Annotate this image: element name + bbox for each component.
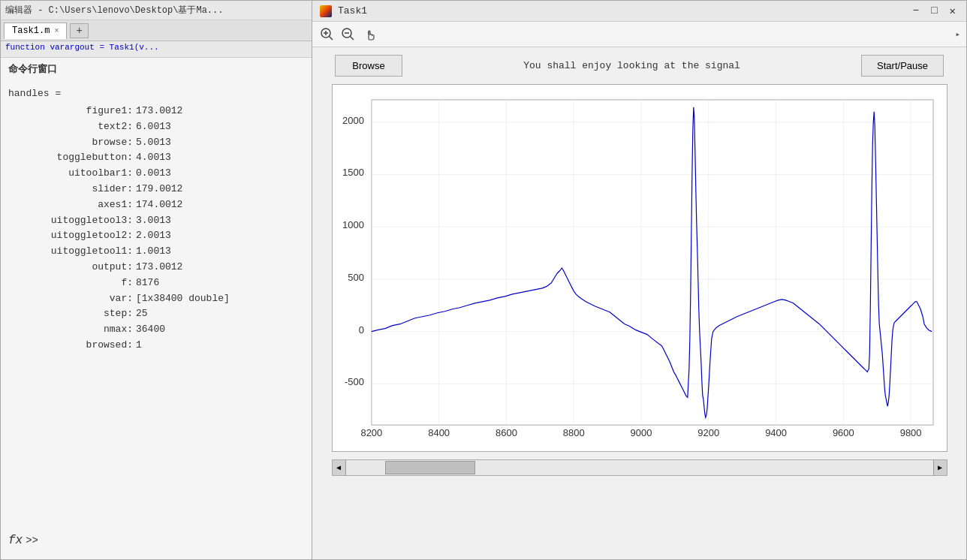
editor-titlebar: 编辑器 - C:\Users\lenovo\Desktop\基于Ma...: [1, 1, 315, 20]
figure-titlebar: Task1 − □ ✕: [312, 1, 966, 22]
svg-text:1500: 1500: [342, 167, 364, 179]
scrollbar-right-arrow[interactable]: ▶: [933, 460, 947, 475]
plot-area: 2000 1500 1000 500 0 -500 8200 8400 8600…: [332, 84, 947, 452]
editor-window: 编辑器 - C:\Users\lenovo\Desktop\基于Ma... Ta…: [0, 0, 315, 560]
handles-row: uitoggletool1:1.0013: [16, 244, 307, 260]
handles-key: nmax:: [16, 322, 136, 338]
tab-add-button[interactable]: +: [70, 23, 88, 38]
handles-val: 2.0013: [136, 228, 171, 244]
handles-key: uitoggletool1:: [16, 244, 136, 260]
svg-text:2000: 2000: [342, 115, 364, 126]
svg-text:-500: -500: [344, 376, 363, 387]
handles-row: togglebutton:4.0013: [16, 150, 307, 166]
tab-close-button[interactable]: ×: [54, 27, 59, 35]
handles-row: nmax:36400: [16, 322, 307, 338]
zoom-in-icon[interactable]: [318, 26, 336, 44]
horizontal-scrollbar[interactable]: ◀ ▶: [332, 459, 947, 476]
handles-row: uitoolbar1:0.0013: [16, 166, 307, 182]
handles-val: 1: [136, 338, 142, 354]
handles-row: browsed:1: [16, 338, 307, 354]
figure-title-controls: − □ ✕: [910, 5, 959, 17]
command-prompt: fx >>: [8, 534, 38, 547]
svg-text:8200: 8200: [360, 427, 382, 438]
figure-toolbar: ▸: [312, 22, 966, 47]
handles-key: text2:: [16, 119, 136, 135]
svg-text:500: 500: [348, 272, 364, 283]
handles-val: 36400: [136, 322, 165, 338]
handles-val: 3.0013: [136, 213, 171, 229]
svg-text:1000: 1000: [342, 219, 364, 230]
svg-text:0: 0: [358, 324, 363, 336]
figure-body: Browse You shall enjoy looking at the si…: [312, 47, 966, 560]
handles-row: uitoggletool3:3.0013: [16, 213, 307, 229]
handles-key: browse:: [16, 135, 136, 151]
handles-val: 173.0012: [136, 260, 182, 275]
handles-row: var:[1x38400 double]: [16, 291, 307, 307]
svg-text:8600: 8600: [496, 427, 517, 438]
svg-text:9800: 9800: [899, 427, 921, 438]
handles-val: 25: [136, 306, 148, 322]
svg-text:8800: 8800: [562, 427, 584, 438]
zoom-out-icon[interactable]: [339, 26, 357, 44]
scrollbar-thumb[interactable]: [385, 461, 475, 474]
handles-val: 179.0012: [136, 182, 182, 197]
browse-button[interactable]: Browse: [335, 55, 402, 77]
start-pause-button[interactable]: Start/Pause: [861, 55, 944, 77]
prompt-arrows: >>: [26, 534, 38, 546]
handles-val: 4.0013: [136, 150, 171, 166]
handles-row: uitoggletool2:2.0013: [16, 228, 307, 244]
handles-key: figure1:: [16, 104, 136, 119]
fx-symbol: fx: [8, 534, 23, 547]
handles-key: uitoggletool2:: [16, 228, 136, 244]
svg-line-5: [351, 36, 354, 40]
editor-title-text: 编辑器 - C:\Users\lenovo\Desktop\基于Ma...: [5, 4, 223, 17]
handles-row: text2:6.0013: [16, 119, 307, 135]
signal-plot: 2000 1500 1000 500 0 -500 8200 8400 8600…: [333, 85, 947, 451]
svg-text:9400: 9400: [765, 427, 787, 438]
handles-title: handles =: [8, 88, 307, 99]
editor-tab-task1[interactable]: Task1.m ×: [4, 23, 67, 39]
scrollbar-left-arrow[interactable]: ◀: [333, 460, 346, 475]
handles-key: output:: [16, 260, 136, 275]
figure-title-left: Task1: [320, 5, 367, 17]
handles-key: step:: [16, 306, 136, 322]
close-button[interactable]: ✕: [947, 5, 959, 17]
handles-val: 174.0012: [136, 197, 182, 213]
handles-val: 173.0012: [136, 104, 182, 119]
svg-text:9200: 9200: [697, 427, 719, 438]
editor-tabs: Task1.m × +: [1, 20, 315, 41]
handles-val: 5.0013: [136, 135, 171, 151]
handles-key: togglebutton:: [16, 150, 136, 166]
controls-row: Browse You shall enjoy looking at the si…: [327, 55, 951, 77]
handles-key: browsed:: [16, 338, 136, 354]
tab-label: Task1.m: [12, 26, 50, 36]
handles-val: 6.0013: [136, 119, 171, 135]
handles-key: slider:: [16, 182, 136, 197]
handles-key: axes1:: [16, 197, 136, 213]
figure-title-text: Task1: [338, 5, 367, 17]
svg-text:8400: 8400: [428, 427, 450, 438]
handles-row: axes1:174.0012: [16, 197, 307, 213]
minimize-button[interactable]: −: [910, 5, 922, 17]
handles-val: 8176: [136, 275, 159, 291]
maximize-button[interactable]: □: [928, 5, 940, 17]
handles-key: uitoolbar1:: [16, 166, 136, 182]
handles-row: figure1:173.0012: [16, 104, 307, 119]
handles-val: 0.0013: [136, 166, 171, 182]
svg-line-1: [330, 36, 333, 40]
pan-icon[interactable]: [360, 26, 378, 44]
handles-row: slider:179.0012: [16, 182, 307, 197]
handles-key: uitoggletool3:: [16, 213, 136, 229]
command-window: 命令行窗口 handles = figure1:173.0012text2:6.…: [1, 58, 315, 358]
svg-text:9600: 9600: [832, 427, 854, 438]
matlab-icon: [320, 5, 332, 17]
svg-rect-23: [371, 100, 932, 425]
handles-val: [1x38400 double]: [136, 291, 230, 307]
handles-key: f:: [16, 275, 136, 291]
svg-text:9000: 9000: [630, 427, 652, 438]
code-line: function varargout = Task1(v...: [1, 41, 315, 58]
toolbar-right-indicator: ▸: [955, 29, 960, 39]
handles-val: 1.0013: [136, 244, 171, 260]
handles-row: step:25: [16, 306, 307, 322]
status-text: You shall enjoy looking at the signal: [523, 60, 740, 71]
